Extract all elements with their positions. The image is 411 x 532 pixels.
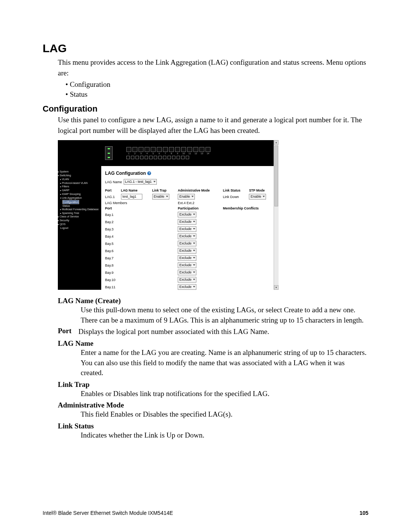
nav-item[interactable]: QOS	[58, 222, 101, 226]
member-row: Bay.5Exclude	[105, 241, 275, 247]
panel-title: LAG Configuration ?	[105, 171, 275, 176]
port-slot[interactable]	[199, 147, 204, 152]
port-number: 9	[175, 152, 180, 155]
participation-select[interactable]: Exclude	[178, 277, 196, 283]
member-row: Bay.4Exclude	[105, 233, 275, 240]
th-admin-mode: Administrative Mode	[178, 189, 223, 193]
nav-item[interactable]: Spanning Tree	[60, 211, 101, 215]
member-port: Bay.5	[105, 241, 178, 247]
configuration-text: Use this panel to configure a new LAG, a…	[58, 115, 368, 136]
participation-select[interactable]: Exclude	[178, 262, 196, 268]
port-number: 2	[132, 152, 137, 155]
port-slot[interactable]	[157, 147, 162, 152]
port-indicator	[181, 156, 185, 159]
port-indicator	[145, 156, 148, 159]
member-row: Bay.6Exclude	[105, 248, 275, 254]
lag-name-select[interactable]: LAG.1 - test_lag1	[124, 179, 157, 185]
nav-item[interactable]: Class of Service	[58, 215, 101, 219]
lag-members-value: Ext.4 Ext.2	[178, 201, 275, 206]
port-number: 5	[151, 152, 156, 155]
participation-select[interactable]: Exclude	[178, 270, 196, 275]
member-port: Bay.4	[105, 233, 178, 240]
port-slot[interactable]	[139, 147, 143, 152]
port-indicator	[177, 156, 180, 159]
port-slot[interactable]	[193, 147, 198, 152]
page-footer: Intel® Blade Server Ethernet Switch Modu…	[43, 510, 368, 516]
port-slot[interactable]	[145, 147, 150, 152]
nav-item[interactable]: Status	[62, 204, 101, 208]
configuration-heading: Configuration	[43, 104, 368, 114]
port-slot[interactable]	[175, 147, 180, 152]
port-number: 13	[199, 152, 204, 155]
port-indicator	[131, 156, 134, 159]
def-desc: Indicates whether the Link is Up or Down…	[81, 430, 368, 441]
def-desc: Use this pull-down menu to select one of…	[81, 305, 368, 325]
nav-item[interactable]: Multicast Forwarding Database	[60, 208, 101, 211]
lag-config-table: Port LAG Name Link Trap Administrative M…	[105, 188, 275, 290]
port-slot[interactable]	[206, 147, 210, 152]
port-slot[interactable]	[181, 147, 186, 152]
port-slot[interactable]	[163, 147, 168, 152]
port-number: 4	[145, 152, 150, 155]
port-strip: 1234567891011121314	[101, 140, 279, 166]
port-number: 12	[193, 152, 198, 155]
port-indicator	[154, 156, 157, 159]
port-grid: 1234567891011121314	[126, 147, 210, 159]
member-row: Bay.9Exclude	[105, 270, 275, 276]
nav-item[interactable]: Protocol-based VLAN	[60, 181, 101, 185]
port-slot[interactable]	[132, 147, 137, 152]
lag-name-input[interactable]: test_lag1	[121, 194, 142, 200]
def-term: Administrative Mode	[58, 401, 368, 409]
th-lag-name: LAG Name	[121, 189, 152, 193]
menu-option-configuration: Configuration	[65, 80, 368, 89]
nav-item[interactable]: Filters	[60, 185, 101, 189]
scrollbar[interactable]	[274, 140, 279, 290]
field-definitions: LAG Name (Create)Use this pull-down menu…	[58, 297, 368, 440]
menu-options: Configuration Status	[65, 80, 368, 99]
footer-product: Intel® Blade Server Ethernet Switch Modu…	[43, 510, 173, 516]
participation-select[interactable]: Exclude	[178, 284, 196, 290]
member-conflicts-header: Membership Conflicts	[223, 206, 275, 211]
scroll-up-button[interactable]	[274, 140, 279, 145]
port-slot[interactable]	[169, 147, 174, 152]
port-slot[interactable]	[151, 147, 156, 152]
participation-select[interactable]: Exclude	[178, 219, 196, 225]
link-trap-select[interactable]: Enable	[152, 194, 169, 200]
member-port: Bay.11	[105, 284, 178, 290]
nav-item[interactable]: System	[58, 170, 101, 174]
participation-select[interactable]: Exclude	[178, 212, 196, 217]
member-port: Bay.9	[105, 270, 178, 276]
nav-item[interactable]: Logout	[60, 226, 101, 230]
admin-mode-select[interactable]: Enable	[178, 194, 195, 200]
def-term: LAG Name	[58, 339, 368, 348]
participation-select[interactable]: Exclude	[178, 255, 196, 261]
nav-item[interactable]: Switching	[58, 174, 101, 177]
lag-config-panel: LAG Configuration ? LAG Name LAG.1 - tes…	[101, 166, 279, 290]
nav-item[interactable]: VLAN	[60, 177, 101, 181]
nav-item[interactable]: IGMP Snooping	[60, 192, 101, 196]
scroll-thumb[interactable]	[274, 145, 278, 206]
member-port: Bay.8	[105, 262, 178, 269]
port-indicator	[135, 156, 139, 159]
scroll-down-button[interactable]	[274, 285, 279, 290]
table-header-row: Port LAG Name Link Trap Administrative M…	[105, 189, 275, 193]
help-icon[interactable]: ?	[147, 171, 151, 175]
port-indicator	[172, 156, 175, 159]
participation-select[interactable]: Exclude	[178, 233, 196, 239]
nav-item[interactable]: Configuration	[62, 200, 79, 204]
participation-select[interactable]: Exclude	[178, 248, 196, 254]
port-slot[interactable]	[126, 147, 131, 152]
stp-mode-select[interactable]: Enable	[249, 194, 266, 200]
th-port: Port	[105, 189, 121, 193]
port-number: 6	[157, 152, 162, 155]
nav-item[interactable]: Security	[58, 219, 101, 222]
member-row: Bay.2Exclude	[105, 219, 275, 225]
port-slot[interactable]	[187, 147, 192, 152]
nav-item[interactable]: Link Aggregation	[60, 196, 101, 200]
member-port: Bay.7	[105, 255, 178, 262]
def-desc: This field Enables or Disables the speci…	[81, 409, 368, 420]
participation-select[interactable]: Exclude	[178, 241, 196, 246]
nav-item[interactable]: GARP	[60, 189, 101, 192]
port-indicator	[149, 156, 153, 159]
participation-select[interactable]: Exclude	[178, 226, 196, 232]
